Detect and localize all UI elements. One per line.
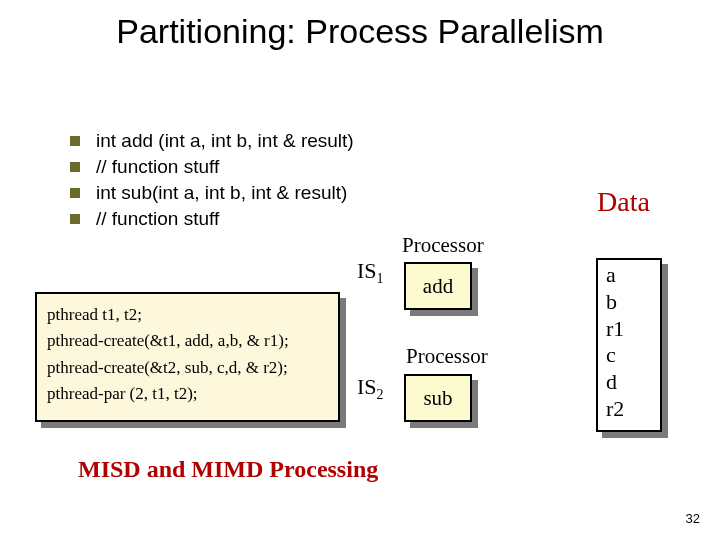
data-item: a <box>606 262 652 289</box>
bullet-item: int sub(int a, int b, int & result) <box>70 182 490 204</box>
square-bullet-icon <box>70 136 80 146</box>
data-item: d <box>606 369 652 396</box>
bullet-item: int add (int a, int b, int & result) <box>70 130 490 152</box>
sub-label: sub <box>423 386 452 411</box>
data-item: b <box>606 289 652 316</box>
footer-text: MISD and MIMD Processing <box>78 456 378 483</box>
pthread-code-box: pthread t1, t2; pthread-create(&t1, add,… <box>35 292 340 422</box>
pthread-line: pthread-par (2, t1, t2); <box>47 381 328 407</box>
add-processor-box: add <box>404 262 472 310</box>
slide: Partitioning: Process Parallelism int ad… <box>0 0 720 540</box>
add-face: add <box>404 262 472 310</box>
is2-prefix: IS <box>357 374 377 399</box>
bullet-text: int sub(int a, int b, int & result) <box>96 182 347 204</box>
bullet-item: // function stuff <box>70 208 490 230</box>
data-item: r1 <box>606 316 652 343</box>
add-label: add <box>423 274 453 299</box>
pthread-line: pthread t1, t2; <box>47 302 328 328</box>
sub-face: sub <box>404 374 472 422</box>
bullet-text: // function stuff <box>96 156 219 178</box>
square-bullet-icon <box>70 188 80 198</box>
is1-sub: 1 <box>377 271 384 286</box>
data-box: a b r1 c d r2 <box>596 258 662 432</box>
processor2-label: Processor <box>406 344 488 369</box>
processor1-label: Processor <box>402 233 484 258</box>
bullet-text: // function stuff <box>96 208 219 230</box>
is2-label: IS2 <box>357 374 384 403</box>
data-item: c <box>606 342 652 369</box>
bullet-list: int add (int a, int b, int & result) // … <box>70 130 490 234</box>
square-bullet-icon <box>70 214 80 224</box>
bullet-text: int add (int a, int b, int & result) <box>96 130 354 152</box>
is2-sub: 2 <box>377 387 384 402</box>
is1-label: IS1 <box>357 258 384 287</box>
bullet-item: // function stuff <box>70 156 490 178</box>
is1-prefix: IS <box>357 258 377 283</box>
data-item: r2 <box>606 396 652 423</box>
data-label: Data <box>597 186 650 218</box>
square-bullet-icon <box>70 162 80 172</box>
data-face: a b r1 c d r2 <box>596 258 662 432</box>
slide-title: Partitioning: Process Parallelism <box>0 12 720 51</box>
pthread-line: pthread-create(&t2, sub, c,d, & r2); <box>47 355 328 381</box>
pthread-line: pthread-create(&t1, add, a,b, & r1); <box>47 328 328 354</box>
sub-processor-box: sub <box>404 374 472 422</box>
pthread-code-face: pthread t1, t2; pthread-create(&t1, add,… <box>35 292 340 422</box>
page-number: 32 <box>686 511 700 526</box>
